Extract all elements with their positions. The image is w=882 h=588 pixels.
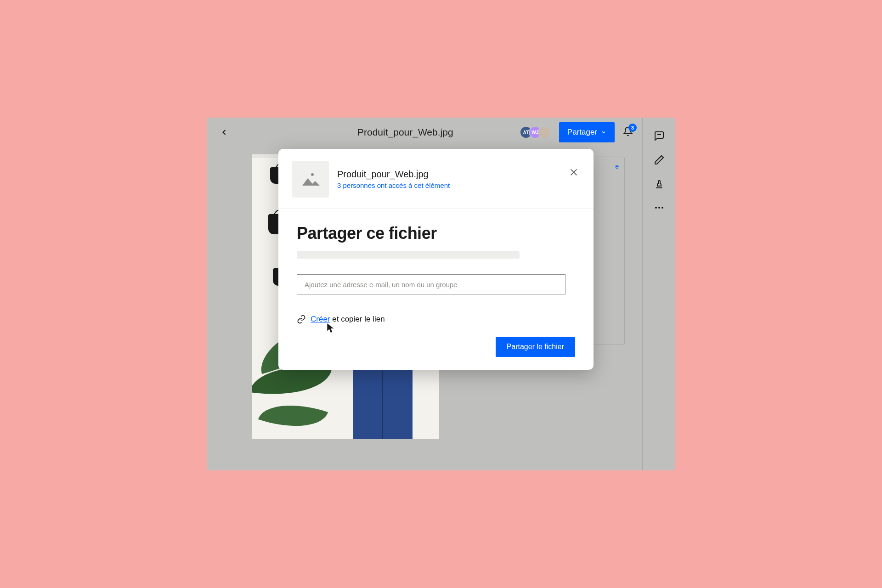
right-rail <box>642 118 675 470</box>
subtitle-placeholder <box>297 251 520 259</box>
comment-panel-button[interactable] <box>654 130 665 141</box>
create-link-row: Créer et copier le lien <box>297 315 575 324</box>
link-icon <box>297 315 306 324</box>
chevron-down-icon <box>601 130 606 135</box>
create-link-action[interactable]: Créer <box>311 315 330 323</box>
collaborator-avatars[interactable]: AT WJ <box>520 126 551 139</box>
comment-icon <box>654 130 665 141</box>
notification-count-badge: 3 <box>628 124 637 132</box>
modal-header: Produit_pour_Web.jpg 3 personnes ont acc… <box>278 149 594 209</box>
share-modal: Produit_pour_Web.jpg 3 personnes ont acc… <box>278 149 594 370</box>
modal-footer: Partager le fichier <box>278 337 594 370</box>
share-file-button[interactable]: Partager le fichier <box>496 337 575 357</box>
close-button[interactable] <box>567 165 581 179</box>
notifications-button[interactable]: 3 <box>623 126 633 138</box>
back-button[interactable] <box>216 124 232 141</box>
share-button[interactable]: Partager <box>559 122 615 142</box>
top-bar: Produit_pour_Web.jpg AT WJ Partager 3 <box>207 118 642 147</box>
recipient-input[interactable] <box>297 274 565 294</box>
stamp-icon <box>654 178 665 189</box>
modal-title: Partager ce fichier <box>297 224 575 243</box>
create-link-rest: et copier le lien <box>330 315 385 323</box>
access-summary-link[interactable]: 3 personnes ont accès à cet élément <box>337 181 450 189</box>
cursor-icon <box>327 323 335 335</box>
svg-point-0 <box>311 173 314 176</box>
more-panel-button[interactable] <box>654 202 665 213</box>
close-icon <box>569 167 579 177</box>
edit-panel-button[interactable] <box>654 154 665 165</box>
more-icon <box>655 207 663 209</box>
avatar <box>538 126 551 139</box>
app-window: Produit_pour_Web.jpg AT WJ Partager 3 <box>207 118 675 470</box>
svg-marker-1 <box>302 178 320 186</box>
panel-link-text: e <box>615 163 619 170</box>
file-thumbnail <box>292 161 329 198</box>
stamp-panel-button[interactable] <box>654 178 665 189</box>
header-actions: AT WJ Partager 3 <box>520 122 633 142</box>
image-icon <box>301 172 320 187</box>
file-title: Produit_pour_Web.jpg <box>357 127 453 138</box>
chevron-left-icon <box>220 128 229 137</box>
main-area: Produit_pour_Web.jpg AT WJ Partager 3 <box>207 118 642 470</box>
pencil-icon <box>654 154 665 165</box>
modal-filename: Produit_pour_Web.jpg <box>337 169 450 180</box>
modal-body: Partager ce fichier Créer et copier le l… <box>278 209 594 337</box>
